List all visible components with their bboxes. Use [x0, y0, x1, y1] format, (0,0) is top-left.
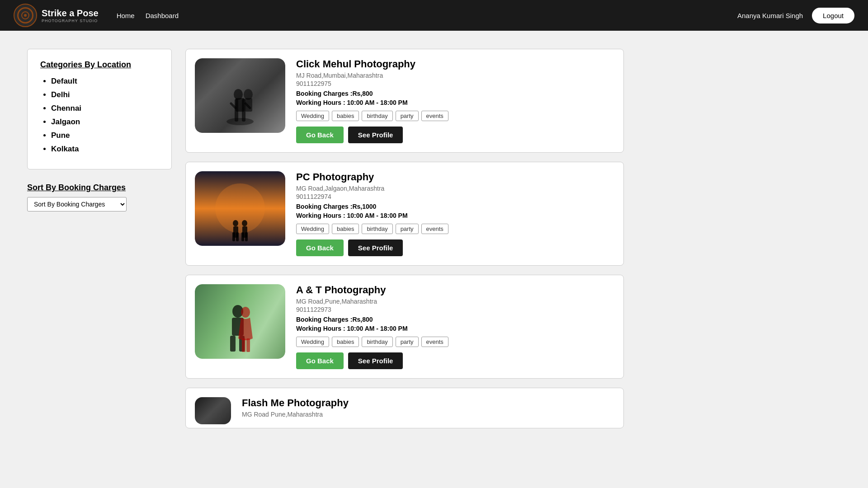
photographer-image-1	[195, 58, 285, 133]
svg-rect-6	[236, 98, 245, 112]
svg-point-1	[24, 14, 27, 17]
studio-phone-2: 9011122974	[296, 193, 614, 200]
category-item-chennai[interactable]: Chennai	[51, 104, 159, 113]
svg-point-16	[242, 220, 247, 226]
categories-list: Default Delhi Chennai Jalgaon Pune Kolka…	[40, 77, 159, 154]
photographer-image-3	[195, 284, 285, 359]
card-info-2: PC Photography MG Road,Jalgaon,Maharasht…	[296, 171, 614, 256]
studio-hours-3: Working Hours : 10:00 AM - 18:00 PM	[296, 325, 614, 332]
category-item-kolkata[interactable]: Kolkata	[51, 145, 159, 154]
studio-hours-2: Working Hours : 10:00 AM - 18:00 PM	[296, 212, 614, 219]
user-name: Ananya Kumari Singh	[737, 12, 803, 19]
tags-row-3: Wedding babies birthday party events	[296, 337, 614, 347]
logo-area: Strike a Pose PHOTOGRAPHY STUDIO	[14, 4, 99, 27]
card-info-1: Click Mehul Photography MJ Road,Mumbai,M…	[296, 58, 614, 143]
svg-rect-22	[230, 336, 236, 352]
nav-dashboard[interactable]: Dashboard	[146, 12, 179, 19]
card-image-wrap-3	[195, 284, 285, 359]
nav-home[interactable]: Home	[117, 12, 135, 19]
photographer-card-1: Click Mehul Photography MJ Road,Mumbai,M…	[185, 49, 624, 153]
logout-button[interactable]: Logout	[812, 8, 854, 23]
tag-events-2: events	[421, 224, 448, 234]
sort-section: Sort By Booking Charges Sort By Booking …	[27, 183, 172, 211]
tag-babies-3: babies	[332, 337, 359, 347]
svg-point-24	[241, 307, 250, 318]
card-image-wrap-2	[195, 171, 285, 246]
partial-info-4: Flash Me Photography MG Road Pune,Mahara…	[242, 397, 614, 418]
category-item-default[interactable]: Default	[51, 77, 159, 86]
photo-silhouette-1	[195, 58, 285, 133]
photographer-image-4	[195, 397, 231, 424]
studio-booking-3: Booking Charges :Rs,800	[296, 316, 614, 323]
cards-area: Click Mehul Photography MJ Road,Mumbai,M…	[185, 49, 624, 428]
category-item-pune[interactable]: Pune	[51, 131, 159, 140]
btn-row-1: Go Back See Profile	[296, 127, 614, 143]
card-image-wrap-1	[195, 58, 285, 133]
tag-wedding-3: Wedding	[296, 337, 329, 347]
studio-booking-1: Booking Charges :Rs,800	[296, 90, 614, 97]
tags-row-2: Wedding babies birthday party events	[296, 224, 614, 234]
photographer-image-2	[195, 171, 285, 246]
categories-box: Categories By Location Default Delhi Che…	[27, 49, 172, 169]
brand-sub: PHOTOGRAPHY STUDIO	[42, 19, 99, 23]
studio-name-2: PC Photography	[296, 171, 614, 183]
studio-address-1: MJ Road,Mumbai,Maharashtra	[296, 72, 614, 79]
svg-point-2	[226, 118, 254, 125]
studio-address-3: MG Road,Pune,Maharashtra	[296, 298, 614, 305]
svg-point-11	[215, 183, 265, 233]
photographer-card-4-partial: Flash Me Photography MG Road Pune,Mahara…	[185, 388, 624, 428]
tag-party-1: party	[396, 111, 419, 121]
logo-inner-ring	[17, 7, 33, 23]
btn-row-3: Go Back See Profile	[296, 352, 614, 369]
main-content: Categories By Location Default Delhi Che…	[0, 31, 651, 446]
logo-svg	[21, 11, 30, 20]
studio-booking-2: Booking Charges :Rs,1000	[296, 203, 614, 210]
studio-phone-1: 9011122975	[296, 80, 614, 87]
svg-point-12	[233, 220, 238, 226]
photo-silhouette-3	[195, 284, 285, 359]
photographer-card-2: PC Photography MG Road,Jalgaon,Maharasht…	[185, 162, 624, 266]
category-item-jalgaon[interactable]: Jalgaon	[51, 117, 159, 127]
sidebar: Categories By Location Default Delhi Che…	[27, 49, 172, 428]
tag-party-2: party	[396, 224, 419, 234]
studio-address-2: MG Road,Jalgaon,Maharashtra	[296, 185, 614, 192]
photo-silhouette-2	[195, 171, 285, 246]
tag-party-3: party	[396, 337, 419, 347]
tag-birthday-2: birthday	[362, 224, 392, 234]
studio-name-4: Flash Me Photography	[242, 397, 614, 409]
go-back-button-2[interactable]: Go Back	[296, 239, 344, 256]
navbar: Strike a Pose PHOTOGRAPHY STUDIO Home Da…	[0, 0, 868, 31]
tag-birthday-3: birthday	[362, 337, 392, 347]
sort-title: Sort By Booking Charges	[27, 183, 172, 192]
tags-row-1: Wedding babies birthday party events	[296, 111, 614, 121]
card-image-wrap-4	[195, 397, 231, 424]
go-back-button-1[interactable]: Go Back	[296, 127, 344, 143]
studio-address-4: MG Road Pune,Maharashtra	[242, 411, 614, 418]
sort-select[interactable]: Sort By Booking Charges Low to High High…	[27, 197, 127, 211]
categories-title: Categories By Location	[40, 60, 159, 70]
see-profile-button-1[interactable]: See Profile	[348, 127, 403, 143]
card-info-3: A & T Photography MG Road,Pune,Maharasht…	[296, 284, 614, 369]
brand-text: Strike a Pose PHOTOGRAPHY STUDIO	[42, 8, 99, 23]
photographer-card-3: A & T Photography MG Road,Pune,Maharasht…	[185, 275, 624, 379]
category-item-delhi[interactable]: Delhi	[51, 90, 159, 99]
see-profile-button-2[interactable]: See Profile	[348, 239, 403, 256]
nav-links: Home Dashboard	[117, 12, 179, 19]
tag-wedding-2: Wedding	[296, 224, 329, 234]
tag-babies-2: babies	[332, 224, 359, 234]
tag-events-1: events	[421, 111, 448, 121]
tag-birthday-1: birthday	[362, 111, 392, 121]
tag-events-3: events	[421, 337, 448, 347]
svg-rect-10	[245, 98, 252, 112]
svg-rect-19	[245, 232, 248, 241]
navbar-left: Strike a Pose PHOTOGRAPHY STUDIO Home Da…	[14, 4, 179, 27]
brand-name: Strike a Pose	[42, 8, 99, 19]
studio-name-3: A & T Photography	[296, 284, 614, 296]
tag-babies-1: babies	[332, 111, 359, 121]
logo-icon	[14, 4, 37, 27]
see-profile-button-3[interactable]: See Profile	[348, 352, 403, 369]
go-back-button-3[interactable]: Go Back	[296, 352, 344, 369]
svg-rect-15	[236, 232, 239, 241]
navbar-right: Ananya Kumari Singh Logout	[737, 8, 854, 23]
svg-rect-25	[242, 338, 245, 352]
